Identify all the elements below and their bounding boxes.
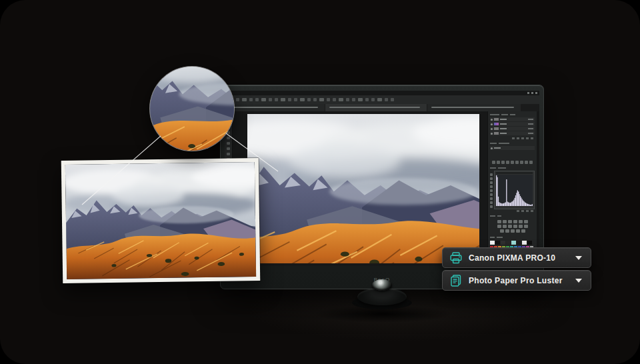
chevron-down-icon	[575, 279, 582, 283]
tool-icon	[275, 98, 278, 101]
style-icon	[500, 229, 504, 233]
tool-icon	[511, 161, 514, 164]
document-tabs	[225, 104, 539, 111]
layer-thumbnail	[494, 118, 499, 121]
properties-panel-header	[490, 166, 535, 169]
eye-icon	[491, 123, 493, 125]
tool-icon	[497, 161, 500, 164]
tool-icon	[227, 131, 230, 134]
tool-icon	[319, 98, 324, 101]
style-icon	[503, 220, 507, 223]
swatch	[501, 241, 505, 245]
photoshop-ui	[225, 91, 539, 266]
tool-icon	[300, 98, 305, 101]
paper-selector-label: Photo Paper Pro Luster	[469, 276, 563, 285]
panels-column	[487, 111, 537, 266]
tool-icon	[236, 98, 239, 101]
tool-icon	[269, 98, 272, 101]
swatch	[522, 241, 527, 245]
swatch	[506, 241, 511, 245]
layer-row	[490, 127, 535, 131]
styles-panel-header	[490, 214, 535, 217]
swatches-row-large	[490, 240, 535, 245]
canvas-image	[247, 114, 479, 263]
tool-icon	[294, 98, 297, 101]
tool-icon	[490, 193, 493, 196]
tool-icon	[506, 161, 509, 164]
tool-icon	[501, 161, 505, 164]
printer-selector-label: Canon PIXMA PRO-10	[469, 253, 555, 263]
style-icon	[505, 229, 509, 233]
tool-icon	[333, 98, 336, 101]
swatches-panel-header	[490, 235, 535, 239]
document-tab	[226, 104, 325, 111]
tool-icon	[391, 98, 394, 101]
histogram-dropdown	[496, 172, 533, 174]
tool-icon	[490, 177, 493, 180]
tool-icon	[490, 189, 493, 192]
printer-icon	[450, 252, 462, 264]
tool-icon	[352, 98, 355, 101]
layer-row	[490, 117, 535, 121]
histogram-chart	[496, 175, 533, 206]
workspace	[225, 111, 539, 266]
printed-photo-image	[65, 162, 256, 279]
tool-icon	[365, 98, 369, 101]
style-icon	[503, 225, 507, 228]
style-icon	[519, 225, 523, 228]
curves-tools	[490, 171, 493, 209]
adjustments-panel	[490, 160, 535, 165]
magnifier-circle	[150, 67, 234, 151]
tool-icon	[371, 98, 375, 101]
swatch	[527, 241, 532, 245]
histogram-panel	[494, 171, 535, 209]
paper-selector[interactable]: Photo Paper Pro Luster	[442, 270, 591, 291]
curves-panel-buttons	[490, 209, 535, 213]
menu-bar	[225, 91, 539, 95]
printer-selector[interactable]: Canon PIXMA PRO-10	[442, 247, 591, 268]
tool-icon	[346, 98, 349, 101]
style-icon	[513, 225, 517, 228]
document-tab	[427, 104, 521, 111]
swatch	[495, 241, 500, 245]
tool-icon	[490, 173, 493, 176]
tool-icon	[385, 98, 388, 101]
photoshop-window	[225, 91, 539, 266]
stand-knob	[372, 279, 392, 291]
style-icon	[511, 229, 515, 233]
tool-icon	[339, 98, 343, 101]
swatch	[490, 241, 495, 245]
style-icon	[516, 229, 520, 233]
tool-icon	[261, 98, 266, 101]
tool-icon	[249, 98, 253, 101]
layer-thumbnail	[494, 123, 499, 125]
tool-icon	[288, 98, 291, 101]
style-icon	[524, 220, 528, 223]
tool-icon	[242, 98, 247, 101]
tool-icon	[490, 205, 493, 208]
window-controls	[527, 92, 537, 94]
layers-panel-header	[490, 113, 535, 116]
layer-thumbnail	[494, 132, 499, 135]
tool-icon	[281, 98, 285, 101]
eye-icon	[491, 133, 493, 135]
style-icon	[497, 220, 501, 223]
tool-icon	[529, 161, 533, 164]
tool-icon	[307, 98, 311, 101]
chevron-down-icon	[575, 256, 582, 260]
tool-icon	[227, 142, 230, 145]
tool-icon	[227, 153, 230, 155]
tool-icon	[515, 161, 519, 164]
document-tab-active	[325, 104, 427, 111]
tool-icon	[358, 98, 363, 101]
style-icon	[513, 220, 517, 223]
tool-icon	[520, 161, 523, 164]
document-icon	[450, 275, 462, 287]
swatch	[511, 241, 516, 245]
tool-icon	[490, 185, 493, 188]
tool-icon	[525, 161, 528, 164]
tool-icon	[313, 98, 317, 101]
layers-panel	[490, 117, 535, 135]
style-icon	[508, 220, 512, 223]
eye-icon	[491, 147, 493, 149]
